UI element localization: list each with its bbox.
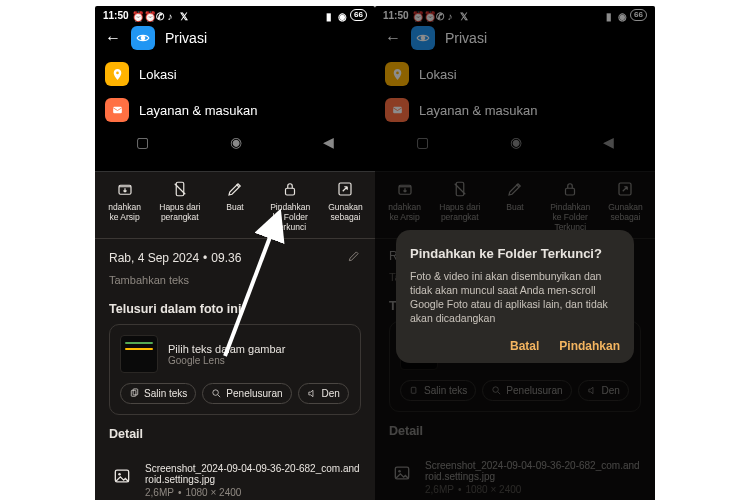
search-icon xyxy=(211,388,222,399)
alarm-icon: ⏰ xyxy=(132,11,141,20)
system-navbar: ▢ ◉ ◀ xyxy=(95,128,375,156)
dialog-confirm-button[interactable]: Pindahkan xyxy=(559,339,620,353)
x-icon: 𝕏 xyxy=(180,11,189,20)
statusbar-time: 11:50 xyxy=(103,10,129,21)
phone-right: 11:50 ⏰ ⏰ ✆ ♪ 𝕏 ▮ ◉ 66 ← Privasi xyxy=(375,6,655,500)
action-move-locked-folder[interactable]: Pindahkan ke Folder Terkunci xyxy=(263,180,318,232)
tiktok-icon: ♪ xyxy=(168,11,177,20)
action-label: Gunakan sebagai xyxy=(328,202,363,222)
svg-rect-7 xyxy=(131,390,136,396)
lens-title: Pilih teks dalam gambar xyxy=(168,343,285,355)
add-text-field[interactable]: Tambahkan teks xyxy=(109,274,361,286)
svg-point-1 xyxy=(116,71,119,74)
file-detail-row: Screenshot_2024-09-04-09-36-20-682_com.a… xyxy=(95,449,375,498)
dialog-title: Pindahkan ke Folder Terkunci? xyxy=(410,246,620,261)
wifi-icon: ◉ xyxy=(338,11,347,20)
chip-listen[interactable]: Den xyxy=(298,383,349,404)
settings-row-layanan[interactable]: Layanan & masukan xyxy=(105,92,365,128)
svg-point-11 xyxy=(118,473,121,476)
chip-search[interactable]: Penelusuran xyxy=(202,383,291,404)
svg-rect-5 xyxy=(286,188,295,195)
lens-section-title: Telusuri dalam foto ini xyxy=(95,290,375,324)
whatsapp-icon: ✆ xyxy=(156,11,165,20)
svg-point-0 xyxy=(141,36,146,41)
statusbar: 11:50 ⏰ ⏰ ✆ ♪ 𝕏 ▮ ◉ 66 xyxy=(95,6,375,24)
action-archive[interactable]: ndahkan ke Arsip xyxy=(97,180,152,232)
image-file-icon xyxy=(109,463,135,489)
chip-copy-text[interactable]: Salin teks xyxy=(120,383,196,404)
action-label: Buat xyxy=(226,202,244,212)
battery-indicator: 66 xyxy=(350,9,367,21)
lens-subtitle: Google Lens xyxy=(168,355,285,366)
photo-info-sheet: ndahkan ke Arsip Hapus dari perangkat Bu… xyxy=(95,171,375,500)
photo-time: 09.36 xyxy=(211,251,241,265)
svg-point-9 xyxy=(213,390,219,396)
confirm-dialog: Pindahkan ke Folder Terkunci? Foto & vid… xyxy=(396,230,634,363)
detail-section-title: Detail xyxy=(95,415,375,449)
settings-row-lokasi[interactable]: Lokasi xyxy=(105,56,365,92)
file-dims: 1080 × 2400 xyxy=(185,487,241,498)
alarm-icon: ⏰ xyxy=(144,11,153,20)
settings-label: Lokasi xyxy=(139,67,177,82)
app-header: ← Privasi xyxy=(95,24,375,56)
edit-date-icon[interactable] xyxy=(347,249,361,266)
dialog-body: Foto & video ini akan disembunyikan dan … xyxy=(410,269,620,325)
action-delete-device[interactable]: Hapus dari perangkat xyxy=(152,180,207,232)
lens-card: Pilih teks dalam gambar Google Lens Sali… xyxy=(109,324,361,415)
speaker-icon xyxy=(307,388,318,399)
feedback-icon xyxy=(105,98,129,122)
action-row: ndahkan ke Arsip Hapus dari perangkat Bu… xyxy=(95,172,375,238)
photo-meta: Rab, 4 Sep 2024 • 09.36 Tambahkan teks xyxy=(95,239,375,290)
action-use-as[interactable]: Gunakan sebagai xyxy=(318,180,373,232)
svg-rect-2 xyxy=(113,106,122,113)
settings-list: Lokasi Layanan & masukan xyxy=(95,56,375,128)
action-label: Pindahkan ke Folder Terkunci xyxy=(270,202,310,232)
filename: Screenshot_2024-09-04-09-36-20-682_com.a… xyxy=(145,463,361,485)
back-icon[interactable]: ← xyxy=(105,29,121,47)
phone-left: 11:50 ⏰ ⏰ ✆ ♪ 𝕏 ▮ ◉ 66 ← Privasi xyxy=(95,6,375,500)
location-icon xyxy=(105,62,129,86)
dialog-cancel-button[interactable]: Batal xyxy=(510,339,539,353)
nav-recents-icon[interactable]: ▢ xyxy=(136,134,149,150)
page-title: Privasi xyxy=(165,30,207,46)
action-create[interactable]: Buat xyxy=(207,180,262,232)
lens-thumbnail xyxy=(120,335,158,373)
nav-back-icon[interactable]: ◀ xyxy=(323,134,334,150)
nav-home-icon[interactable]: ◉ xyxy=(230,134,242,150)
privacy-icon xyxy=(131,26,155,50)
action-label: ndahkan ke Arsip xyxy=(108,202,141,222)
copy-icon xyxy=(129,388,140,399)
photo-date: Rab, 4 Sep 2024 xyxy=(109,251,199,265)
signal-icon: ▮ xyxy=(326,11,335,20)
svg-rect-8 xyxy=(133,389,138,395)
action-label: Hapus dari perangkat xyxy=(159,202,200,222)
settings-label: Layanan & masukan xyxy=(139,103,258,118)
file-mp: 2,6MP xyxy=(145,487,174,498)
